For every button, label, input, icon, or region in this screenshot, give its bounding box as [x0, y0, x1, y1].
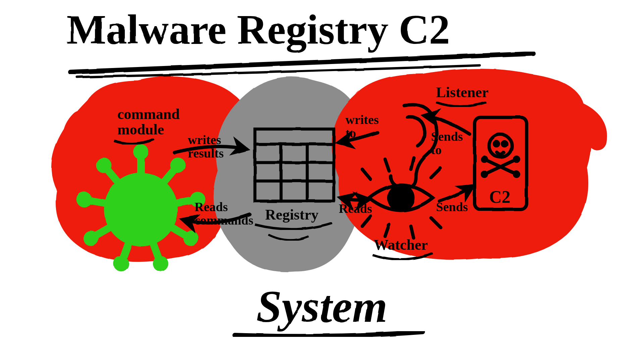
svg-point-2	[133, 144, 149, 160]
title-bottom: System	[257, 282, 387, 331]
svg-point-23	[502, 142, 506, 146]
svg-point-26	[482, 172, 486, 176]
edge-sends: Sends	[436, 200, 468, 214]
diagram-canvas: Malware Registry C2 System commandmodule…	[0, 0, 644, 362]
edge-reads: Reads	[339, 201, 372, 216]
label-listener: Listener	[436, 84, 488, 101]
svg-point-25	[515, 172, 519, 176]
svg-point-27	[515, 157, 519, 161]
edge-writes-results: writesresults	[188, 133, 224, 160]
svg-point-24	[482, 157, 486, 161]
title-top: Malware Registry C2	[66, 6, 450, 53]
label-c2: C2	[489, 187, 511, 206]
svg-point-19	[389, 186, 413, 210]
label-watcher: Watcher	[374, 237, 428, 253]
svg-point-22	[494, 142, 498, 146]
label-registry: Registry	[265, 206, 319, 223]
